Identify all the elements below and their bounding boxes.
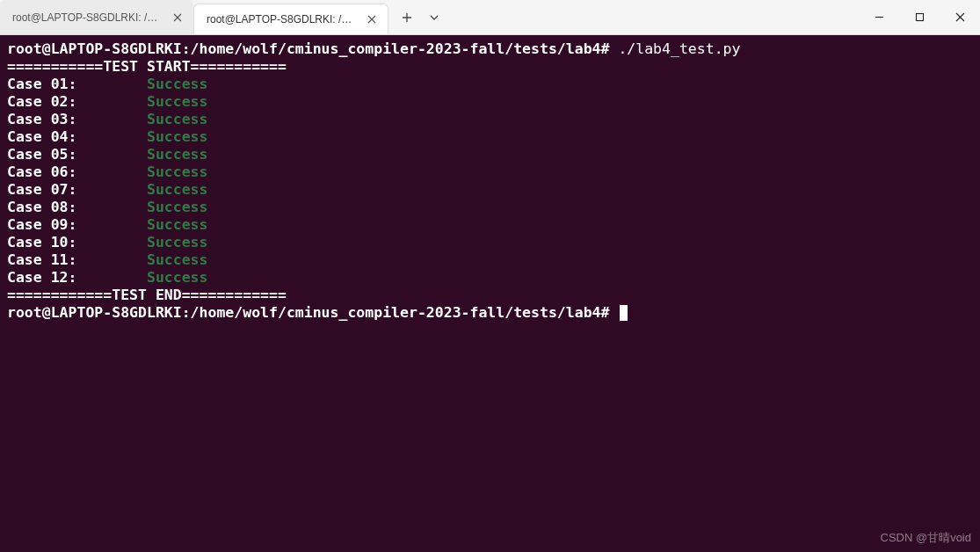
case-result: Success — [147, 216, 208, 233]
prompt-line: root@LAPTOP-S8GDLRKI:/home/wolf/cminus_c… — [7, 304, 973, 322]
titlebar: root@LAPTOP-S8GDLRKI: /home/ root@LAPTOP… — [0, 0, 980, 35]
case-row: Case 10: Success — [7, 234, 973, 251]
tab-inactive[interactable]: root@LAPTOP-S8GDLRKI: /home/ — [0, 0, 193, 34]
case-result: Success — [147, 128, 208, 145]
case-result: Success — [147, 163, 208, 180]
tab-active[interactable]: root@LAPTOP-S8GDLRKI: /home — [193, 4, 388, 34]
tab-title: root@LAPTOP-S8GDLRKI: /home — [207, 13, 356, 25]
case-label: Case 08: — [7, 199, 147, 215]
close-icon[interactable] — [171, 11, 185, 25]
case-label: Case 02: — [7, 93, 147, 110]
case-row: Case 11: Success — [7, 251, 973, 269]
maximize-button[interactable] — [899, 0, 940, 34]
case-label: Case 09: — [7, 216, 147, 233]
case-result: Success — [147, 111, 208, 127]
case-label: Case 03: — [7, 111, 147, 127]
prompt-label: root@LAPTOP-S8GDLRKI:/home/wolf/cminus_c… — [7, 304, 609, 321]
close-button[interactable] — [940, 0, 980, 34]
cursor — [620, 305, 628, 321]
case-label: Case 11: — [7, 251, 147, 268]
case-row: Case 04: Success — [7, 128, 973, 146]
case-label: Case 04: — [7, 128, 147, 145]
svg-rect-0 — [916, 14, 923, 21]
case-row: Case 12: Success — [7, 269, 973, 287]
case-label: Case 06: — [7, 163, 147, 180]
tab-title: root@LAPTOP-S8GDLRKI: /home/ — [12, 11, 162, 24]
chevron-down-icon[interactable] — [422, 0, 446, 34]
case-label: Case 05: — [7, 146, 147, 163]
case-label: Case 07: — [7, 181, 147, 198]
case-row: Case 06: Success — [7, 163, 973, 181]
case-result: Success — [147, 76, 208, 92]
close-icon[interactable] — [365, 12, 379, 26]
case-result: Success — [147, 234, 208, 251]
window-controls — [859, 0, 980, 34]
cases-list: Case 01: SuccessCase 02: SuccessCase 03:… — [7, 76, 973, 287]
case-label: Case 12: — [7, 269, 147, 286]
case-row: Case 03: Success — [7, 111, 973, 128]
case-label: Case 10: — [7, 234, 147, 251]
case-row: Case 07: Success — [7, 181, 973, 199]
case-result: Success — [147, 269, 208, 286]
case-result: Success — [147, 181, 208, 198]
case-row: Case 05: Success — [7, 146, 973, 163]
case-result: Success — [147, 146, 208, 163]
case-row: Case 08: Success — [7, 199, 973, 216]
case-row: Case 01: Success — [7, 76, 973, 93]
new-tab-button[interactable] — [392, 0, 422, 34]
terminal-area[interactable]: root@LAPTOP-S8GDLRKI:/home/wolf/cminus_c… — [0, 35, 980, 552]
prompt-label: root@LAPTOP-S8GDLRKI:/home/wolf/cminus_c… — [7, 40, 609, 57]
case-result: Success — [147, 93, 208, 110]
case-row: Case 09: Success — [7, 216, 973, 234]
prompt-line: root@LAPTOP-S8GDLRKI:/home/wolf/cminus_c… — [7, 40, 973, 58]
case-row: Case 02: Success — [7, 93, 973, 111]
test-start-divider: ===========TEST START=========== — [7, 58, 973, 76]
minimize-button[interactable] — [859, 0, 899, 34]
case-label: Case 01: — [7, 76, 147, 92]
tabs-container: root@LAPTOP-S8GDLRKI: /home/ root@LAPTOP… — [0, 0, 859, 34]
command-text: ./lab4_test.py — [618, 40, 740, 57]
case-result: Success — [147, 251, 208, 268]
watermark-text: CSDN @甘晴void — [881, 529, 972, 547]
test-end-divider: ============TEST END============ — [7, 287, 973, 304]
case-result: Success — [147, 199, 208, 215]
